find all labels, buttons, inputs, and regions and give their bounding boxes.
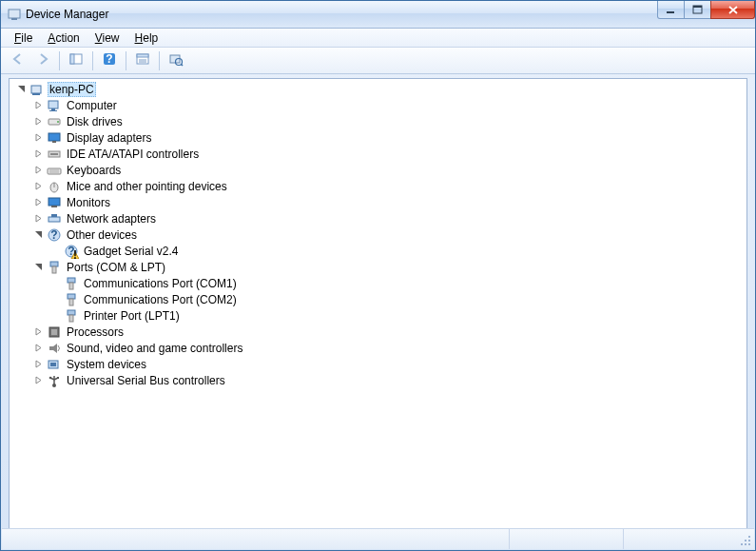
scan-hardware-icon [168, 51, 184, 69]
svg-rect-17 [32, 93, 40, 95]
svg-rect-4 [693, 6, 702, 8]
app-icon [7, 7, 22, 22]
tree-node-label: kenp-PC [48, 82, 96, 97]
tree-category-node[interactable]: ?Other devices [11, 226, 745, 243]
collapse-arrow-icon[interactable] [32, 228, 45, 241]
tree-device-node[interactable]: Printer Port (LPT1) [11, 307, 745, 324]
svg-rect-66 [748, 543, 750, 545]
tree-category-node[interactable]: Sound, video and game controllers [11, 340, 745, 356]
expand-arrow-icon[interactable] [32, 196, 45, 208]
mouse-icon [47, 179, 62, 194]
toolbar-back-button[interactable] [7, 50, 29, 71]
svg-text:?: ? [106, 52, 112, 66]
tree-category-node[interactable]: IDE ATA/ATAPI controllers [11, 146, 745, 162]
expand-arrow-icon[interactable] [32, 115, 45, 128]
svg-rect-19 [51, 108, 55, 110]
svg-line-15 [182, 65, 184, 67]
tree-node-label: Monitors [65, 196, 112, 209]
tree-category-node[interactable]: Ports (COM & LPT) [11, 259, 745, 275]
expand-arrow-icon[interactable] [32, 212, 45, 225]
collapse-arrow-icon[interactable] [32, 261, 45, 273]
tree-category-node[interactable]: Universal Serial Bus controllers [11, 372, 745, 388]
tree-node-label: Sound, video and game controllers [65, 342, 244, 355]
close-button[interactable] [710, 1, 755, 19]
tree-pane-icon [68, 51, 84, 69]
tree-node-label: Network adapters [65, 212, 158, 226]
tree-category-node[interactable]: Disk drives [11, 113, 745, 129]
tree-node-label: Ports (COM & LPT) [65, 261, 167, 274]
statusbar [2, 528, 754, 549]
tree-device-node[interactable]: Communications Port (COM2) [11, 291, 745, 307]
tree-root-node[interactable]: kenp-PC [11, 81, 745, 97]
status-cell-2 [509, 529, 623, 549]
tree-category-node[interactable]: Mice and other pointing devices [11, 178, 745, 194]
svg-rect-33 [51, 206, 57, 207]
expand-arrow-icon[interactable] [32, 131, 45, 144]
port-icon [64, 292, 79, 307]
expand-arrow-icon[interactable] [32, 342, 45, 354]
tree-category-node[interactable]: System devices [11, 356, 745, 372]
expand-arrow-icon[interactable] [32, 99, 45, 111]
window-controls [658, 1, 755, 28]
monitor-icon [47, 195, 62, 210]
menu-help[interactable]: Help [127, 30, 166, 47]
toolbar-scan-button[interactable] [165, 50, 187, 71]
toolbar-forward-button[interactable] [31, 50, 54, 71]
svg-rect-47 [69, 299, 73, 305]
tree-category-node[interactable]: Computer [11, 97, 745, 113]
help-icon: ? [102, 51, 117, 69]
menu-file[interactable]: File [7, 30, 40, 47]
resize-grip[interactable] [737, 529, 754, 549]
expand-arrow-icon[interactable] [32, 180, 45, 192]
tree-device-node[interactable]: Communications Port (COM1) [11, 275, 745, 291]
device-tree-pane[interactable]: kenp-PCComputerDisk drivesDisplay adapte… [9, 78, 747, 545]
tree-category-node[interactable]: Keyboards [11, 162, 745, 178]
forward-arrow-icon [35, 51, 50, 69]
svg-rect-1 [11, 18, 17, 20]
menubar: File Action View Help [1, 29, 755, 48]
tree-node-label: System devices [65, 358, 148, 371]
tree-category-node[interactable]: Processors [11, 324, 745, 340]
svg-rect-10 [137, 54, 148, 57]
toolbar-properties-button[interactable] [131, 50, 154, 71]
svg-rect-61 [748, 536, 750, 538]
tree-node-label: Disk drives [65, 115, 125, 128]
collapse-arrow-icon[interactable] [15, 83, 28, 95]
usb-icon [47, 373, 62, 388]
tree-node-label: Mice and other pointing devices [65, 180, 229, 193]
toolbar-separator [59, 51, 60, 70]
tree-category-node[interactable]: Display adapters [11, 129, 745, 146]
menu-view[interactable]: View [87, 30, 127, 47]
tree-node-label: Display adapters [65, 131, 153, 145]
expand-arrow-icon[interactable] [32, 325, 45, 338]
expand-arrow-icon[interactable] [32, 164, 45, 176]
toolbar-separator [126, 51, 126, 70]
menu-action[interactable]: Action [40, 30, 87, 47]
toolbar-separator [159, 51, 160, 70]
titlebar[interactable]: Device Manager [1, 1, 755, 29]
expand-arrow-icon[interactable] [32, 148, 45, 160]
tree-node-label: Printer Port (LPT1) [82, 309, 182, 323]
svg-rect-24 [52, 141, 56, 143]
tree-node-label: Universal Serial Bus controllers [65, 374, 227, 387]
maximize-button[interactable] [684, 1, 711, 19]
minimize-button[interactable] [657, 1, 685, 19]
expand-arrow-icon[interactable] [32, 374, 45, 386]
svg-rect-18 [48, 101, 58, 108]
tree-node-label: Computer [65, 99, 119, 112]
tree-device-node[interactable]: ?!Gadget Serial v2.4 [11, 243, 745, 259]
root-icon [29, 82, 45, 97]
svg-rect-46 [68, 294, 75, 299]
expand-arrow-icon[interactable] [32, 358, 45, 370]
tree-node-label: Gadget Serial v2.4 [82, 245, 180, 258]
svg-marker-52 [49, 344, 57, 353]
svg-rect-20 [49, 110, 57, 111]
tree-category-node[interactable]: Network adapters [11, 210, 745, 226]
toolbar-help-button[interactable]: ? [98, 50, 121, 71]
svg-rect-43 [52, 266, 56, 273]
properties-icon [135, 51, 150, 69]
toolbar-show-hide-tree-button[interactable] [65, 50, 87, 71]
system-icon [47, 357, 62, 372]
tree-category-node[interactable]: Monitors [11, 194, 745, 210]
svg-rect-27 [48, 168, 61, 174]
